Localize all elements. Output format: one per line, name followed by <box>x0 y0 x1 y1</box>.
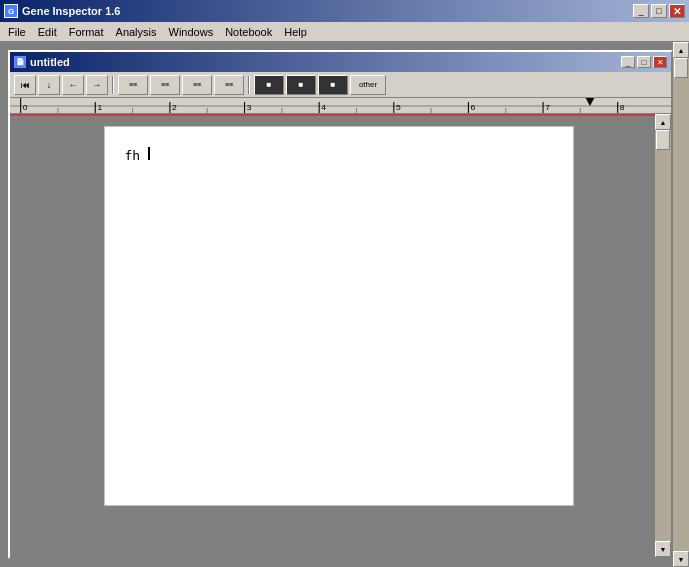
align-center-button[interactable]: ≡≡ <box>150 75 180 95</box>
menu-windows[interactable]: Windows <box>163 24 220 40</box>
main-content: 📄 untitled _ □ ✕ ⏮ ↓ ← → ≡≡ ≡≡ ≡≡ ≡≡ <box>0 42 689 567</box>
menu-edit[interactable]: Edit <box>32 24 63 40</box>
format-3-button[interactable]: ■ <box>318 75 348 95</box>
outer-scroll-up-button[interactable]: ▲ <box>673 42 689 58</box>
title-bar-left: G Gene Inspector 1.6 <box>4 4 120 18</box>
outer-vertical-scrollbar: ▲ ▼ <box>673 42 689 567</box>
menu-bar: File Edit Format Analysis Windows Notebo… <box>0 22 689 42</box>
app-title: Gene Inspector 1.6 <box>22 5 120 17</box>
outer-scroll-down-button[interactable]: ▼ <box>673 551 689 567</box>
outer-title-bar: G Gene Inspector 1.6 _ □ ✕ <box>0 0 689 22</box>
ruler-svg: 0 1 2 3 4 5 6 7 8 <box>10 98 671 114</box>
svg-text:7: 7 <box>545 103 550 112</box>
app-icon: G <box>4 4 18 18</box>
scrollbar-thumb[interactable] <box>656 130 670 150</box>
inner-window-title: untitled <box>30 56 70 68</box>
vertical-scrollbar: ▲ ▼ <box>655 114 671 557</box>
nav-down-button[interactable]: ↓ <box>38 75 60 95</box>
close-button[interactable]: ✕ <box>669 4 685 18</box>
document-area[interactable]: fh <box>10 114 655 557</box>
outer-scrollbar-track[interactable] <box>673 58 689 551</box>
svg-text:6: 6 <box>471 103 476 112</box>
inner-title-bar: 📄 untitled _ □ ✕ <box>10 52 671 72</box>
nav-first-button[interactable]: ⏮ <box>14 75 36 95</box>
svg-text:5: 5 <box>396 103 401 112</box>
format-2-button[interactable]: ■ <box>286 75 316 95</box>
nav-right-button[interactable]: → <box>86 75 108 95</box>
menu-file[interactable]: File <box>2 24 32 40</box>
scroll-up-button[interactable]: ▲ <box>655 114 671 130</box>
align-right-button[interactable]: ≡≡ <box>182 75 212 95</box>
menu-help[interactable]: Help <box>278 24 313 40</box>
align-justify-button[interactable]: ≡≡ <box>214 75 244 95</box>
svg-text:8: 8 <box>620 103 625 112</box>
toolbar-sep-1 <box>112 76 114 94</box>
toolbar: ⏮ ↓ ← → ≡≡ ≡≡ ≡≡ ≡≡ ■ ■ ■ other <box>10 72 671 98</box>
outer-window-controls: _ □ ✕ <box>633 4 685 18</box>
outer-window: G Gene Inspector 1.6 _ □ ✕ File Edit For… <box>0 0 689 567</box>
document-container: fh ▲ ▼ <box>10 114 671 557</box>
inner-title-left: 📄 untitled <box>14 56 70 68</box>
svg-text:3: 3 <box>247 103 252 112</box>
inner-window-controls: _ □ ✕ <box>621 56 667 68</box>
scroll-down-button[interactable]: ▼ <box>655 541 671 557</box>
menu-format[interactable]: Format <box>63 24 110 40</box>
svg-text:2: 2 <box>172 103 177 112</box>
inner-minimize-button[interactable]: _ <box>621 56 635 68</box>
inner-maximize-button[interactable]: □ <box>637 56 651 68</box>
text-cursor <box>140 147 150 160</box>
svg-text:4: 4 <box>321 103 326 112</box>
document-text[interactable]: fh <box>125 147 553 165</box>
inner-window-icon: 📄 <box>14 56 26 68</box>
inner-close-button[interactable]: ✕ <box>653 56 667 68</box>
maximize-button[interactable]: □ <box>651 4 667 18</box>
svg-text:1: 1 <box>97 103 102 112</box>
ruler: 0 1 2 3 4 5 6 7 8 <box>10 98 671 114</box>
page-content[interactable]: fh <box>125 148 141 163</box>
toolbar-sep-2 <box>248 76 250 94</box>
nav-left-button[interactable]: ← <box>62 75 84 95</box>
format-1-button[interactable]: ■ <box>254 75 284 95</box>
outer-scrollbar-thumb[interactable] <box>674 58 688 78</box>
minimize-button[interactable]: _ <box>633 4 649 18</box>
inner-window: 📄 untitled _ □ ✕ ⏮ ↓ ← → ≡≡ ≡≡ ≡≡ ≡≡ <box>8 50 673 559</box>
scrollbar-track[interactable] <box>655 130 671 541</box>
page[interactable]: fh <box>104 126 574 506</box>
format-other-button[interactable]: other <box>350 75 386 95</box>
menu-notebook[interactable]: Notebook <box>219 24 278 40</box>
svg-text:0: 0 <box>23 103 28 112</box>
top-margin-line <box>10 114 655 116</box>
menu-analysis[interactable]: Analysis <box>110 24 163 40</box>
align-left-button[interactable]: ≡≡ <box>118 75 148 95</box>
